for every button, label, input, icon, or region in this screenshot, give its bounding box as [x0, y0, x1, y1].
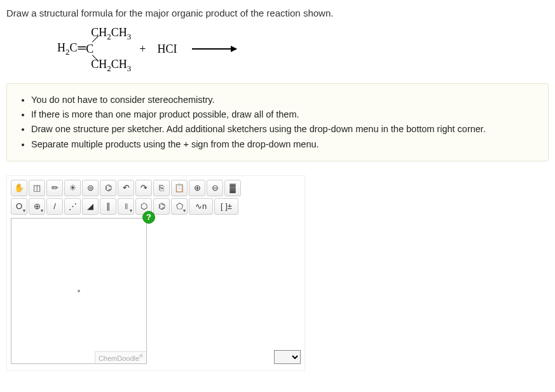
hand-icon[interactable]: ✋ — [11, 180, 27, 196]
wedge-bond[interactable]: ◢ — [82, 198, 99, 215]
clear-icon[interactable]: ✳ — [64, 180, 81, 196]
element-o[interactable]: O — [11, 198, 27, 215]
reaction-equation: H2C ═ C CH2CH3 CH2CH3 + HCI — [6, 26, 549, 79]
toolbar-row-1: ✋◫✏✳⊚⌬↶↷⎘📋⊕⊖▓ — [11, 180, 301, 196]
question-prompt: Draw a structural formula for the major … — [6, 5, 549, 18]
triple-bond[interactable]: ⦀ — [118, 198, 134, 215]
chemdoodle-brand: ChemDoodle® — [95, 351, 146, 363]
cyclopentane-tool[interactable]: ⬠ — [171, 198, 188, 215]
toolbar-row-2: O⊕/⋰◢∥⦀⬡⌬⬠∿n[ ]± — [11, 198, 301, 215]
paste-icon[interactable]: 📋 — [171, 180, 188, 196]
add-sketcher-dropdown[interactable] — [274, 350, 301, 364]
reactant-h2c: H2C — [57, 41, 78, 57]
canvas-start-atom[interactable] — [78, 290, 80, 292]
eraser-icon[interactable]: ✏ — [46, 180, 63, 196]
reaction-plus: + — [96, 43, 157, 56]
single-bond[interactable]: / — [46, 198, 63, 215]
charge-tool[interactable]: ⊕ — [29, 198, 45, 215]
copy-icon[interactable]: ⎘ — [153, 180, 170, 196]
reagent-hcl: HCI — [157, 43, 177, 56]
reactant-center-carbon: C CH2CH3 CH2CH3 — [86, 43, 96, 55]
clean-icon[interactable]: ⌬ — [100, 180, 116, 196]
double-bond-symbol: ═ — [78, 41, 86, 55]
sketcher-canvas[interactable]: ? ChemDoodle® — [11, 218, 147, 364]
benzene-tool[interactable]: ⌬ — [153, 198, 170, 215]
hint-item: Separate multiple products using the + s… — [31, 137, 538, 152]
hint-item: If there is more than one major product … — [31, 107, 538, 122]
hints-panel: You do not have to consider stereochemis… — [6, 83, 549, 161]
reaction-arrow-icon — [192, 48, 236, 50]
bracket-tool[interactable]: [ ]± — [214, 198, 238, 215]
zoom-out-icon[interactable]: ⊖ — [207, 180, 223, 196]
hint-item: You do not have to consider stereochemis… — [31, 93, 538, 107]
add-sketcher-select[interactable] — [274, 350, 301, 364]
zoom-in-icon[interactable]: ⊕ — [189, 180, 205, 196]
recessed-bond[interactable]: ⋰ — [64, 198, 81, 215]
undo-icon[interactable]: ↶ — [118, 180, 134, 196]
reactant-top-group: CH2CH3 — [91, 26, 131, 42]
sketcher-panel: ✋◫✏✳⊚⌬↶↷⎘📋⊕⊖▓ O⊕/⋰◢∥⦀⬡⌬⬠∿n[ ]± ? ChemDoo… — [6, 175, 305, 371]
double-bond[interactable]: ∥ — [100, 198, 116, 215]
hint-item: Draw one structure per sketcher. Add add… — [31, 122, 538, 137]
redo-icon[interactable]: ↷ — [135, 180, 152, 196]
center-icon[interactable]: ⊚ — [82, 180, 99, 196]
chain-tool[interactable]: ∿n — [189, 198, 213, 215]
lasso-icon[interactable]: ◫ — [29, 180, 45, 196]
reactant-bot-group: CH2CH3 — [91, 58, 131, 74]
color-icon[interactable]: ▓ — [224, 180, 241, 196]
help-icon[interactable]: ? — [142, 211, 155, 224]
